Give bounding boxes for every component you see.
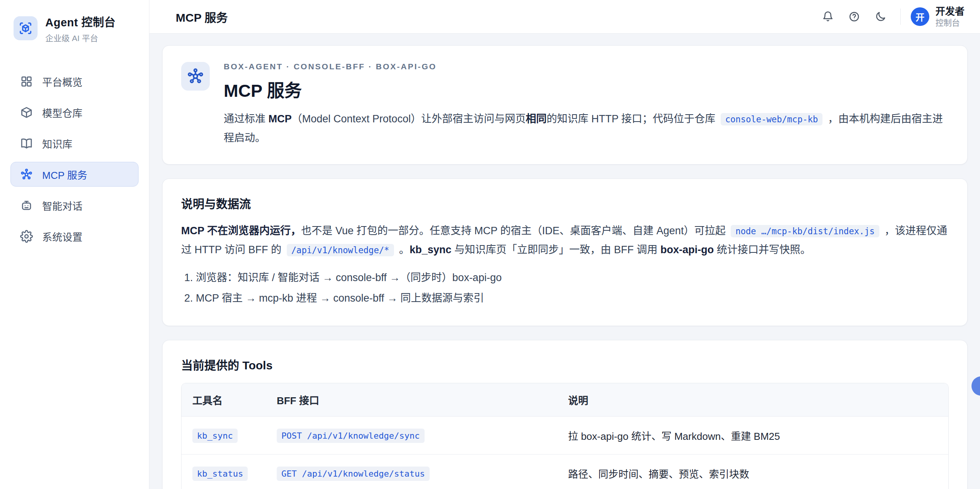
tools-section-title: 当前提供的 Tools: [181, 356, 949, 373]
hero-body: BOX-AGENT · CONSOLE-BFF · BOX-API-GO MCP…: [224, 62, 949, 147]
flow-section-title: 说明与数据流: [181, 194, 949, 211]
table-row: kb_sync POST /api/v1/knowledge/sync 拉 bo…: [182, 416, 948, 454]
table-row: kb_status GET /api/v1/knowledge/status 路…: [182, 454, 948, 489]
grid-icon: [20, 75, 33, 88]
tool-description: 拉 box-api-go 统计、写 Markdown、重建 BM25: [557, 416, 948, 454]
avatar: 开: [911, 7, 929, 26]
topbar: MCP 服务: [149, 0, 980, 34]
book-icon: [20, 137, 33, 150]
notifications-button[interactable]: [817, 5, 839, 28]
package-icon: [20, 106, 33, 119]
sidebar-item-system-settings[interactable]: 系统设置: [10, 224, 139, 249]
sidebar-item-platform-overview[interactable]: 平台概览: [10, 69, 139, 94]
sidebar-item-label: 智能对话: [42, 198, 82, 213]
hero-description: 通过标准 MCP（Model Context Protocol）让外部宿主访问与…: [224, 110, 949, 147]
sidebar: Agent 控制台 企业级 AI 平台 平台概览 模型仓库: [0, 0, 149, 489]
user-menu[interactable]: 开 开发者 控制台: [911, 5, 965, 28]
tool-name-chip: kb_sync: [192, 429, 238, 443]
gear-icon: [20, 230, 33, 243]
user-name: 开发者: [935, 5, 965, 17]
tool-description: 路径、同步时间、摘要、预览、索引块数: [557, 454, 948, 489]
brand-text: Agent 控制台 企业级 AI 平台: [45, 13, 116, 43]
sidebar-nav: 平台概览 模型仓库 知识库: [10, 69, 139, 249]
app-window: Agent 控制台 企业级 AI 平台 平台概览 模型仓库: [0, 0, 980, 489]
sidebar-item-label: 模型仓库: [42, 105, 82, 120]
flow-steps-list: 浏览器：知识库 / 智能对话 → console-bff →（同步时）box-a…: [196, 268, 949, 308]
hub-icon: [181, 62, 210, 91]
robot-icon: [20, 199, 33, 212]
sidebar-item-smart-chat[interactable]: 智能对话: [10, 193, 139, 218]
tools-table-wrap: 工具名 BFF 接口 说明 kb_sync POST /api/v1/knowl…: [181, 383, 949, 489]
column-header-description: 说明: [557, 383, 948, 417]
flow-paragraph: MCP 不在浏览器内运行，也不是 Vue 打包的一部分。任意支持 MCP 的宿主…: [181, 221, 949, 259]
hero-card: BOX-AGENT · CONSOLE-BFF · BOX-API-GO MCP…: [162, 45, 968, 165]
sidebar-item-model-repo[interactable]: 模型仓库: [10, 100, 139, 125]
topbar-divider: [900, 9, 901, 25]
brand: Agent 控制台 企业级 AI 平台: [10, 13, 139, 43]
flow-step: 浏览器：知识库 / 智能对话 → console-bff →（同步时）box-a…: [196, 268, 949, 288]
table-header-row: 工具名 BFF 接口 说明: [182, 383, 948, 417]
brand-subtitle: 企业级 AI 平台: [45, 32, 116, 43]
tools-card: 当前提供的 Tools 工具名 BFF 接口 说明: [162, 340, 968, 489]
tools-table: 工具名 BFF 接口 说明 kb_sync POST /api/v1/knowl…: [182, 383, 948, 489]
column-header-bff-endpoint: BFF 接口: [266, 383, 557, 417]
bell-icon: [822, 11, 834, 22]
endpoint-chip: GET /api/v1/knowledge/status: [277, 467, 430, 481]
help-button[interactable]: [843, 5, 865, 28]
user-info: 开发者 控制台: [935, 5, 965, 28]
sidebar-item-knowledge-base[interactable]: 知识库: [10, 131, 139, 156]
page-title: MCP 服务: [176, 8, 228, 25]
help-icon: [848, 11, 860, 22]
sidebar-item-label: 知识库: [42, 136, 72, 151]
hero-title: MCP 服务: [224, 77, 949, 102]
flow-card: 说明与数据流 MCP 不在浏览器内运行，也不是 Vue 打包的一部分。任意支持 …: [162, 178, 968, 326]
user-role: 控制台: [935, 18, 965, 28]
moon-icon: [875, 11, 886, 22]
topbar-actions: 开 开发者 控制台: [813, 5, 965, 28]
sidebar-item-mcp-service[interactable]: MCP 服务: [10, 162, 139, 187]
flow-step: MCP 宿主 → mcp-kb 进程 → console-bff → 同上数据源…: [196, 288, 949, 309]
brand-title: Agent 控制台: [45, 13, 116, 29]
cube-scan-icon: [14, 16, 38, 40]
endpoint-chip: POST /api/v1/knowledge/sync: [277, 429, 425, 443]
hub-icon: [20, 168, 33, 181]
theme-toggle-button[interactable]: [869, 5, 892, 28]
sidebar-item-label: 系统设置: [42, 229, 82, 244]
main-area: MCP 服务: [149, 0, 980, 489]
page-content: BOX-AGENT · CONSOLE-BFF · BOX-API-GO MCP…: [149, 34, 980, 489]
tool-name-chip: kb_status: [192, 467, 248, 481]
hero-eyebrow: BOX-AGENT · CONSOLE-BFF · BOX-API-GO: [224, 62, 949, 71]
sidebar-item-label: MCP 服务: [42, 167, 87, 182]
column-header-tool-name: 工具名: [182, 383, 266, 417]
sidebar-item-label: 平台概览: [42, 74, 82, 89]
